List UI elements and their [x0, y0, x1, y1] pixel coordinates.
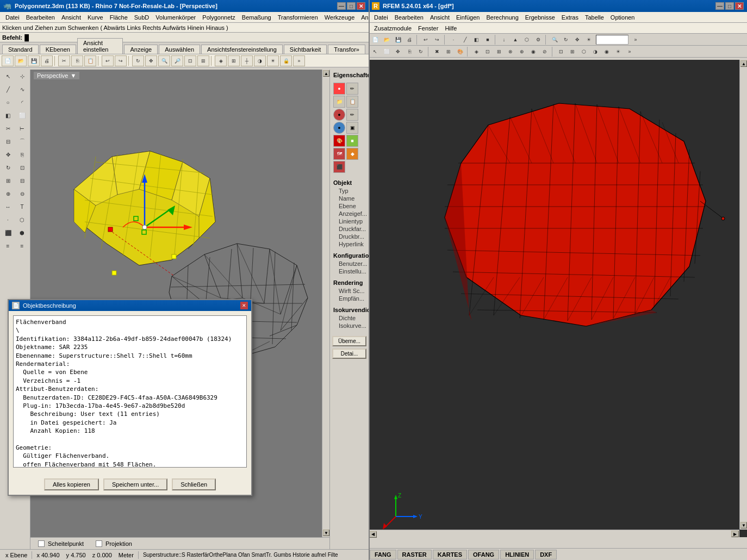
prop-icon-10[interactable]: ■ — [346, 135, 358, 147]
rfem-tb2-color[interactable]: 🎨 — [455, 46, 465, 57]
menu-subd[interactable]: SubD — [131, 13, 153, 22]
rfem-tb2-move[interactable]: ✥ — [393, 46, 403, 57]
btab-ofang[interactable]: OFANG — [468, 550, 499, 559]
tb-zoom-all[interactable]: ⊞ — [197, 55, 209, 66]
rfem-tb-redo[interactable]: ↪ — [432, 34, 443, 45]
dialog-close-btn[interactable]: ✕ — [240, 302, 248, 309]
cmd-input[interactable]: █ — [24, 34, 29, 41]
speichern-unter-btn[interactable]: Speichern unter... — [103, 478, 167, 490]
tool-mirror[interactable]: ⊞ — [2, 175, 15, 186]
btab-kartes[interactable]: KARTES — [433, 550, 467, 559]
prop-icon-9[interactable]: 🎨 — [333, 135, 345, 147]
tab-sichtbarkeit[interactable]: Sichtbarkeit — [284, 45, 327, 54]
tool-mesh[interactable]: ⬡ — [16, 214, 29, 226]
scroll-up-btn[interactable]: ▲ — [323, 70, 329, 77]
prop-icon-8[interactable]: ▣ — [346, 122, 358, 134]
menu-ansicht[interactable]: Ansicht — [58, 13, 84, 22]
rfem-scroll-h-left[interactable]: ◀ — [369, 531, 377, 538]
rfem-tb2-view5[interactable]: ◉ — [601, 46, 612, 57]
viewport-dropdown-icon[interactable]: ▼ — [70, 72, 76, 79]
rfem-tb-open[interactable]: 📂 — [381, 34, 392, 45]
props-druckfarbe[interactable]: Druckfar... — [330, 225, 369, 233]
tool-select-sub[interactable]: ⊹ — [16, 70, 29, 82]
left-maximize-btn[interactable]: □ — [347, 2, 356, 10]
rfem-tb2-snap1[interactable]: ◈ — [471, 46, 482, 57]
rfem-tb-calc[interactable]: ⚙ — [533, 34, 544, 45]
rfem-tb2-more3[interactable]: » — [624, 46, 635, 57]
prop-icon-1[interactable]: ● — [333, 83, 345, 95]
rfem-tb-rotate[interactable]: ↻ — [561, 34, 571, 45]
rfem-tb-pan2[interactable]: ✥ — [572, 34, 583, 45]
prop-icon-5[interactable]: ● — [333, 109, 345, 121]
tool-text[interactable]: T — [16, 201, 29, 213]
tool-boolean-union[interactable]: ⊕ — [2, 188, 15, 200]
btab-fang[interactable]: FANG — [370, 550, 396, 559]
tb-rotate3d[interactable]: ↻ — [132, 55, 144, 66]
tool-move[interactable]: ✥ — [2, 148, 15, 160]
tb-snap[interactable]: ◈ — [215, 55, 227, 66]
props-druckbr[interactable]: Druckbr... — [330, 233, 369, 240]
tool-line[interactable]: ╱ — [2, 83, 15, 95]
rfem-tb-mesh[interactable]: ⬡ — [521, 34, 532, 45]
rfem-menu-fenster[interactable]: Fenster — [415, 24, 441, 33]
tab-auswaehlen[interactable]: Auswählen — [159, 45, 200, 54]
prop-icon-6[interactable]: ✏ — [346, 109, 358, 121]
rfem-tb-print[interactable]: 🖨 — [404, 34, 415, 45]
prop-icon-13[interactable]: ⬛ — [333, 161, 345, 173]
rfem-tb-new[interactable]: 📄 — [370, 34, 381, 45]
tool-block[interactable]: ⬛ — [2, 227, 15, 239]
viewport-label[interactable]: Perspective ▼ — [34, 72, 79, 79]
tab-anzeige[interactable]: Anzeige — [124, 45, 158, 54]
rfem-tb-save[interactable]: 💾 — [393, 34, 403, 45]
rfem-tb-render2[interactable]: ☀ — [583, 34, 594, 45]
prop-icon-11[interactable]: 🗺 — [333, 148, 345, 160]
props-dichte[interactable]: Dichte — [330, 314, 369, 322]
tool-box[interactable]: ⬜ — [16, 109, 29, 121]
props-ebene[interactable]: Ebene — [330, 202, 369, 210]
rfem-tb2-view1[interactable]: ⊡ — [556, 46, 567, 57]
props-hyperlink[interactable]: Hyperlink — [330, 240, 369, 248]
rfem-scroll-v-down[interactable]: ▼ — [740, 522, 747, 528]
rfem-tb2-snap6[interactable]: ◉ — [528, 46, 539, 57]
tb-copy[interactable]: ⎘ — [71, 55, 83, 66]
dialog-textarea[interactable]: Flächenverband \ Identifikation: 3384a11… — [13, 315, 247, 468]
rfem-scroll-v-up[interactable]: ▲ — [740, 60, 747, 67]
tb-zoom-out[interactable]: 🔎 — [171, 55, 183, 66]
tool-group[interactable]: ⬢ — [16, 227, 29, 239]
props-name[interactable]: Name — [330, 195, 369, 202]
tab-kebenen[interactable]: KEbenen — [40, 45, 76, 54]
menu-transformieren[interactable]: Transformieren — [275, 13, 321, 22]
tool-plane[interactable]: ◧ — [2, 109, 15, 121]
tb-print[interactable]: 🖨 — [41, 55, 53, 66]
tb-save[interactable]: 💾 — [28, 55, 40, 66]
prop-icon-4[interactable]: 📋 — [346, 96, 358, 108]
tb-render[interactable]: ☀ — [267, 55, 279, 66]
tool-boolean-diff[interactable]: ⊖ — [16, 188, 29, 200]
tab-ansichtsfenster[interactable]: Ansichtsfenstereinstellung — [201, 45, 283, 54]
rfem-scroll-h[interactable]: ◀ ▶ — [369, 530, 739, 537]
tool-array[interactable]: ⊟ — [16, 175, 29, 186]
menu-bemassung[interactable]: Bemaßung — [239, 13, 275, 22]
props-empf[interactable]: Empfän... — [330, 295, 369, 302]
menu-kurve[interactable]: Kurve — [84, 13, 107, 22]
rfem-tb-support[interactable]: ▲ — [510, 34, 521, 45]
props-benutzer[interactable]: Benutzer... — [330, 260, 369, 267]
rfem-tb-undo[interactable]: ↩ — [420, 34, 431, 45]
tool-fillet[interactable]: ⌒ — [16, 135, 29, 147]
alles-kopieren-btn[interactable]: Alles kopieren — [44, 478, 99, 490]
tool-more1[interactable]: ≡ — [2, 240, 15, 252]
menu-datei[interactable]: Datei — [2, 13, 23, 22]
rfem-tb2-copy3[interactable]: ⎘ — [404, 46, 415, 57]
rfem-tb2-snap5[interactable]: ⊕ — [516, 46, 527, 57]
tool-scale[interactable]: ⊡ — [16, 161, 29, 173]
projektion-checkbox[interactable] — [96, 540, 102, 547]
tool-circle[interactable]: ○ — [2, 96, 15, 108]
prop-icon-12[interactable]: ◆ — [346, 148, 358, 160]
tab-transform[interactable]: Transfor» — [328, 45, 365, 54]
tb-ortho[interactable]: ┼ — [241, 55, 253, 66]
rfem-scroll-v[interactable]: ▲ ▼ — [739, 60, 747, 530]
rfem-minimize-btn[interactable]: — — [715, 2, 724, 10]
rfem-tb2-view6[interactable]: ☀ — [613, 46, 624, 57]
tab-standard[interactable]: Standard — [2, 45, 39, 54]
rfem-tb-surface[interactable]: ◧ — [471, 34, 482, 45]
